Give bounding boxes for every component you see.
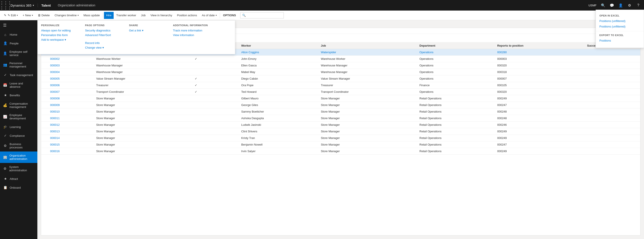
cell-position[interactable]: 000006 — [48, 82, 94, 88]
cell-position[interactable]: 000008 — [48, 95, 94, 102]
command-search-input[interactable] — [246, 14, 282, 17]
table-row[interactable]: 000002Warehouse Worker✓John EmoryWarehou… — [41, 56, 640, 62]
add-workspace-link[interactable]: Add to workspace ▾ — [41, 38, 76, 41]
always-open-link[interactable]: Always open for editing — [41, 29, 76, 32]
table-row[interactable]: 000015Store ManagerBenjamin NowellStore … — [41, 142, 640, 148]
table-row[interactable]: 000012Store ManagerLudwik JasinskiStore … — [41, 122, 640, 128]
position-actions-button[interactable]: Position actions — [175, 12, 199, 19]
edit-button[interactable]: ✎ ✎ Edit ▾ — [2, 12, 20, 19]
row-check[interactable] — [41, 95, 48, 102]
cell-position[interactable]: 000015 — [48, 142, 94, 148]
changes-timeline-button[interactable]: Changes timeline ▾ — [52, 12, 81, 19]
security-diagnostics-link[interactable]: Security diagnostics — [85, 29, 120, 32]
cell-position[interactable]: 000013 — [48, 128, 94, 135]
advanced-filter-link[interactable]: Advanced Filter/Sort — [85, 34, 120, 37]
sidebar-item-compliance[interactable]: ✓ Compliance — [0, 131, 37, 140]
search-icon[interactable]: 🔍 — [599, 1, 607, 9]
row-check[interactable] — [41, 148, 48, 154]
sidebar-item-task-management[interactable]: ✓ Task management — [0, 70, 37, 79]
change-view-link[interactable]: Change view ▾ — [85, 46, 120, 49]
row-check[interactable] — [41, 115, 48, 122]
table-row[interactable]: 000008Store ManagerGilbert MauroStore Ma… — [41, 95, 640, 102]
table-row[interactable]: 000014Store ManagerKristy TranStore Mana… — [41, 135, 640, 142]
row-check[interactable] — [41, 82, 48, 88]
table-row[interactable]: 000010Store ManagerSammy BoettcherStore … — [41, 108, 640, 115]
new-button[interactable]: + New ▾ — [20, 12, 35, 19]
positions-unfiltered-link-2[interactable]: Positions (unfiltered) — [596, 24, 644, 29]
table-row[interactable]: 000003Warehouse ManagerEllen GascaWareho… — [41, 62, 640, 69]
sidebar-item-benefits[interactable]: ★ Benefits — [0, 91, 37, 100]
sidebar-item-business-processes[interactable]: ⚙ Business processes — [0, 140, 37, 152]
person-icon[interactable]: 👤 — [617, 1, 625, 9]
delete-button[interactable]: 🗑 Delete — [36, 12, 52, 19]
cell-position[interactable]: 000005 — [48, 76, 94, 82]
mass-update-button[interactable]: Mass update — [81, 12, 102, 19]
view-information-link[interactable]: View information — [173, 34, 208, 37]
track-more-link[interactable]: Track more information — [173, 29, 208, 32]
cell-position[interactable]: 000007 — [48, 88, 94, 95]
row-check[interactable] — [41, 88, 48, 95]
view-hierarchy-button[interactable]: View in hierarchy — [148, 12, 174, 19]
sidebar-item-home[interactable]: ⌂ Home — [0, 30, 37, 39]
cell-position[interactable]: 000004 — [48, 69, 94, 76]
waffle-menu[interactable]: ⋮⋮⋮⋮⋮⋮ — [2, 1, 10, 9]
chat-icon[interactable]: 💬 — [608, 1, 616, 9]
sidebar-item-compensation[interactable]: 💰 Compensation management — [0, 100, 37, 111]
sidebar-item-people[interactable]: 👤 People — [0, 39, 37, 48]
table-row[interactable]: 000011Store ManagerAshoka DasguptaStore … — [41, 115, 640, 122]
record-info-link[interactable]: Record info — [85, 41, 120, 45]
sidebar-item-system-admin[interactable]: ⚙ System administration — [0, 163, 37, 174]
row-check[interactable] — [41, 135, 48, 142]
sidebar-item-learning[interactable]: 🎓 Learning — [0, 122, 37, 131]
cell-position[interactable]: 000012 — [48, 122, 94, 128]
table-row[interactable]: 000006Treasurer✓Ora PopeTreasurerFinance… — [41, 82, 640, 88]
options-button[interactable]: OPTIONS — [221, 12, 238, 19]
table-row[interactable]: 000007Transport Coordinator✓Ted HowardTr… — [41, 88, 640, 95]
row-check[interactable] — [41, 76, 48, 82]
row-check[interactable] — [41, 102, 48, 108]
table-row[interactable]: 000004Warehouse ManagerMabel MayWarehous… — [41, 69, 640, 76]
sidebar-item-onboard[interactable]: 📋 Onboard — [0, 183, 37, 192]
table-row[interactable]: 000009Store ManagerGeorge GilesStore Man… — [41, 102, 640, 108]
hire-button[interactable]: Hire — [104, 12, 114, 19]
cell-position[interactable]: 000011 — [48, 115, 94, 122]
cell-position[interactable]: 000016 — [48, 148, 94, 154]
row-check[interactable] — [41, 108, 48, 115]
sidebar-item-employee-dev[interactable]: 📈 Employee development — [0, 111, 37, 122]
row-check[interactable] — [41, 56, 48, 62]
row-check[interactable] — [41, 62, 48, 69]
job-button[interactable]: Job — [139, 12, 148, 19]
cell-position[interactable]: 000003 — [48, 62, 94, 69]
settings-icon[interactable]: ⚙ — [626, 1, 634, 9]
cell-job[interactable]: Waterspider — [319, 49, 418, 56]
row-check[interactable] — [41, 128, 48, 135]
cell-department[interactable]: Operations — [417, 49, 495, 56]
table-row[interactable]: 000005Value Stream Manager✓Diego CabánVa… — [41, 76, 640, 82]
sidebar-item-leave-absence[interactable]: 📅 Leave and absence — [0, 79, 37, 91]
row-check[interactable] — [41, 142, 48, 148]
sidebar-hamburger[interactable]: ☰ — [0, 20, 37, 30]
help-icon[interactable]: ? — [634, 1, 642, 9]
sidebar-item-org-admin[interactable]: 🏢 Organization administration — [0, 152, 37, 163]
personalize-form-link[interactable]: Personalize this form — [41, 34, 76, 37]
sidebar-item-employee-self-service[interactable]: 👤 Employee self service — [0, 48, 37, 59]
table-row[interactable]: 000013Store ManagerClint ShiversStore Ma… — [41, 128, 640, 135]
cell-position[interactable]: 000009 — [48, 102, 94, 108]
get-link-link[interactable]: Get a link ▾ — [129, 29, 164, 32]
sidebar-item-personnel-management[interactable]: 👥 Personnel management — [0, 59, 37, 70]
cell-position[interactable]: 000010 — [48, 108, 94, 115]
cell-job: Treasurer — [319, 82, 418, 88]
cell-position[interactable]: 000014 — [48, 135, 94, 142]
table-row[interactable]: 000016Store ManagerIrvin SalyerStore Man… — [41, 148, 640, 154]
row-check[interactable] — [41, 122, 48, 128]
positions-export-link[interactable]: Positions — [596, 38, 644, 43]
row-check[interactable] — [41, 69, 48, 76]
sidebar-item-attract[interactable]: ★ Attract — [0, 174, 37, 183]
as-of-date-button[interactable]: As of date ▾ — [200, 12, 219, 19]
cell-worker[interactable]: Alton Coggins — [239, 49, 319, 56]
cell-position[interactable]: 000002 — [48, 56, 94, 62]
transfer-worker-button[interactable]: Transfer worker — [114, 12, 138, 19]
positions-unfiltered-link-1[interactable]: Positions (unfiltered) — [596, 18, 644, 24]
cell-reports-to[interactable]: 000280 — [495, 49, 585, 56]
brand[interactable]: Dynamics 365 ▾ — [10, 4, 38, 7]
